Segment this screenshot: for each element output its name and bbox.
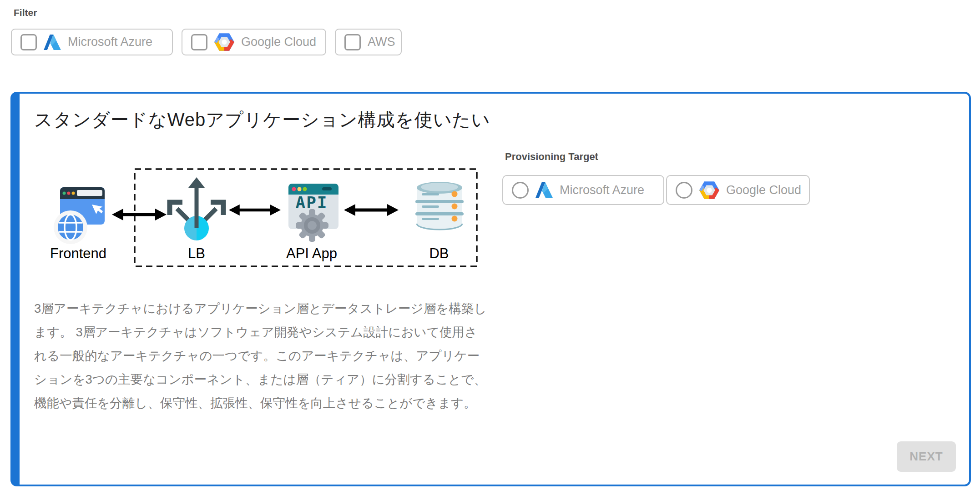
page: Filter Microsoft Azure Google Cloud — [0, 0, 980, 490]
solution-card: スタンダードなWebアプリケーション構成を使いたい — [10, 92, 971, 486]
provisioning-option-label: Google Cloud — [726, 183, 801, 197]
google-cloud-checkbox[interactable] — [191, 34, 207, 50]
azure-icon — [44, 35, 61, 50]
api-app-icon: API — [280, 182, 339, 250]
card-title: スタンダードなWebアプリケーション構成を使いたい — [34, 107, 490, 132]
filter-option-label: Microsoft Azure — [68, 35, 152, 49]
provisioning-target-label: Provisioning Target — [505, 151, 598, 163]
provisioning-option-microsoft-azure[interactable]: Microsoft Azure — [502, 175, 664, 205]
aws-checkbox[interactable] — [344, 34, 361, 50]
filter-option-label: AWS — [368, 35, 395, 49]
diagram-node-label-lb: LB — [151, 245, 242, 262]
double-arrow-icon — [344, 201, 399, 219]
browser-globe-icon — [49, 185, 108, 250]
azure-checkbox[interactable] — [20, 34, 37, 50]
double-arrow-icon — [112, 205, 167, 224]
azure-radio[interactable] — [512, 182, 529, 199]
diagram-node-label-frontend: Frontend — [33, 245, 124, 262]
filter-label: Filter — [14, 7, 37, 18]
google-cloud-icon — [699, 181, 719, 199]
load-balancer-icon — [162, 175, 231, 243]
provisioning-option-label: Microsoft Azure — [560, 183, 644, 197]
provisioning-option-google-cloud[interactable]: Google Cloud — [666, 175, 810, 205]
database-icon — [407, 180, 471, 233]
google-cloud-icon — [214, 33, 234, 51]
diagram-node-label-api-app: API App — [266, 245, 357, 262]
next-button[interactable]: NEXT — [897, 441, 956, 472]
card-description: 3層アーキテクチャにおけるアプリケーション層とデータストレージ層を構築します。 … — [34, 297, 487, 415]
filter-option-aws[interactable]: AWS — [335, 29, 402, 55]
filter-option-google-cloud[interactable]: Google Cloud — [182, 29, 326, 55]
azure-icon — [535, 182, 553, 198]
double-arrow-icon — [229, 201, 281, 219]
google-cloud-radio[interactable] — [676, 182, 692, 199]
diagram-node-label-db: DB — [394, 245, 485, 262]
filter-option-label: Google Cloud — [241, 35, 316, 49]
api-icon-text: API — [295, 193, 328, 212]
filter-option-microsoft-azure[interactable]: Microsoft Azure — [11, 29, 173, 55]
